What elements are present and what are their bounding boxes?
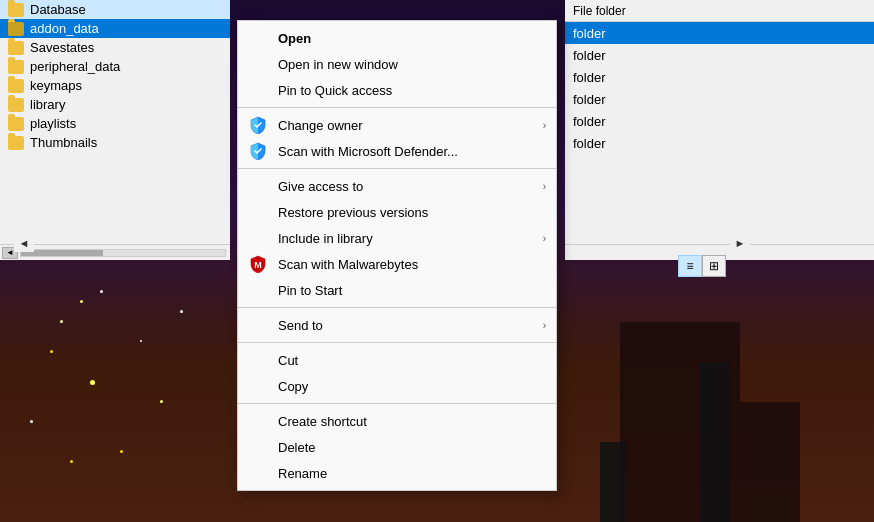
menu-item-change-owner-label: Change owner [278,118,363,133]
separator-2 [238,168,556,169]
menu-item-rename[interactable]: Rename [238,460,556,486]
file-item-label: Savestates [30,40,94,55]
file-item-label: peripheral_data [30,59,120,74]
menu-item-restore-versions-label: Restore previous versions [278,205,428,220]
include-library-arrow-icon: › [543,233,546,244]
partial-row-label: folder [573,136,606,151]
menu-item-open-new-window[interactable]: Open in new window [238,51,556,77]
menu-item-scan-defender-label: Scan with Microsoft Defender... [278,144,458,159]
right-arrow-icon: ► [735,237,746,249]
menu-item-include-library[interactable]: Include in library › [238,225,556,251]
partial-row-6[interactable]: folder [565,132,874,154]
partial-row-label: folder [573,48,606,63]
menu-item-send-to[interactable]: Send to › [238,312,556,338]
menu-item-scan-malwarebytes-label: Scan with Malwarebytes [278,257,418,272]
file-item-database[interactable]: Database [0,0,230,19]
folder-icon [8,22,24,36]
file-item-addon-data[interactable]: addon_data [0,19,230,38]
partial-row-label: folder [573,26,606,41]
menu-item-create-shortcut[interactable]: Create shortcut [238,408,556,434]
give-access-arrow-icon: › [543,181,546,192]
menu-item-delete-label: Delete [278,440,316,455]
file-item-keymaps[interactable]: keymaps [0,76,230,95]
file-item-label: Database [30,2,86,17]
file-list: Database addon_data Savestates periphera… [0,0,230,152]
malwarebytes-icon: M [248,254,268,274]
folder-icon [8,117,24,131]
menu-item-pin-quick-access-label: Pin to Quick access [278,83,392,98]
file-item-label: keymaps [30,78,82,93]
scroll-right-nav[interactable]: ► [730,234,750,252]
file-item-library[interactable]: library [0,95,230,114]
partial-row-label: folder [573,70,606,85]
menu-item-cut-label: Cut [278,353,298,368]
view-toggle-group: ≡ ⊞ [678,255,726,277]
change-owner-icon [248,115,268,135]
partial-row-label: folder [573,92,606,107]
file-item-label: addon_data [30,21,99,36]
folder-icon [8,3,24,17]
grid-view-icon: ⊞ [709,259,719,273]
menu-item-copy[interactable]: Copy [238,373,556,399]
separator-3 [238,307,556,308]
file-item-playlists[interactable]: playlists [0,114,230,133]
menu-item-copy-label: Copy [278,379,308,394]
partial-header-label: File folder [573,4,626,18]
file-item-savestates[interactable]: Savestates [0,38,230,57]
folder-icon [8,136,24,150]
partial-row-label: folder [573,114,606,129]
grid-view-button[interactable]: ⊞ [702,255,726,277]
menu-item-give-access[interactable]: Give access to › [238,173,556,199]
partial-row-4[interactable]: folder [565,88,874,110]
menu-item-scan-malwarebytes[interactable]: M Scan with Malwarebytes [238,251,556,277]
menu-item-create-shortcut-label: Create shortcut [278,414,367,429]
menu-item-open-new-window-label: Open in new window [278,57,398,72]
scroll-track[interactable] [20,249,226,257]
file-item-label: Thumbnails [30,135,97,150]
menu-item-scan-defender[interactable]: Scan with Microsoft Defender... [238,138,556,164]
horizontal-scrollbar[interactable]: ◄ [0,244,230,260]
menu-item-rename-label: Rename [278,466,327,481]
menu-item-pin-quick-access[interactable]: Pin to Quick access [238,77,556,103]
file-item-thumbnails[interactable]: Thumbnails [0,133,230,152]
partial-row-5[interactable]: folder [565,110,874,132]
scan-defender-icon [248,141,268,161]
separator-4 [238,342,556,343]
partial-column-header: File folder [565,0,874,22]
partial-row-2[interactable]: folder [565,44,874,66]
context-menu: Open Open in new window Pin to Quick acc… [237,20,557,491]
file-explorer-partial-panel: File folder folder folder folder folder … [565,0,874,260]
folder-icon [8,79,24,93]
file-item-label: playlists [30,116,76,131]
change-owner-arrow-icon: › [543,120,546,131]
menu-item-restore-versions[interactable]: Restore previous versions [238,199,556,225]
menu-item-give-access-label: Give access to [278,179,363,194]
list-view-button[interactable]: ≡ [678,255,702,277]
folder-icon [8,41,24,55]
file-item-label: library [30,97,65,112]
send-to-arrow-icon: › [543,320,546,331]
partial-row-3[interactable]: folder [565,66,874,88]
menu-item-open-label: Open [278,31,311,46]
menu-item-pin-start[interactable]: Pin to Start [238,277,556,303]
left-arrow-icon: ◄ [19,237,30,249]
partial-row-1[interactable]: folder [565,22,874,44]
file-explorer-panel: Database addon_data Savestates periphera… [0,0,230,260]
menu-item-delete[interactable]: Delete [238,434,556,460]
folder-icon [8,98,24,112]
scroll-left-nav[interactable]: ◄ [14,234,34,252]
file-item-peripheral-data[interactable]: peripheral_data [0,57,230,76]
folder-icon [8,60,24,74]
separator-5 [238,403,556,404]
menu-item-send-to-label: Send to [278,318,323,333]
menu-item-pin-start-label: Pin to Start [278,283,342,298]
partial-rows: folder folder folder folder folder folde… [565,22,874,244]
svg-text:M: M [254,260,262,270]
menu-item-open[interactable]: Open [238,25,556,51]
menu-item-change-owner[interactable]: Change owner › [238,112,556,138]
list-view-icon: ≡ [686,259,693,273]
menu-item-include-library-label: Include in library [278,231,373,246]
menu-item-cut[interactable]: Cut [238,347,556,373]
separator-1 [238,107,556,108]
